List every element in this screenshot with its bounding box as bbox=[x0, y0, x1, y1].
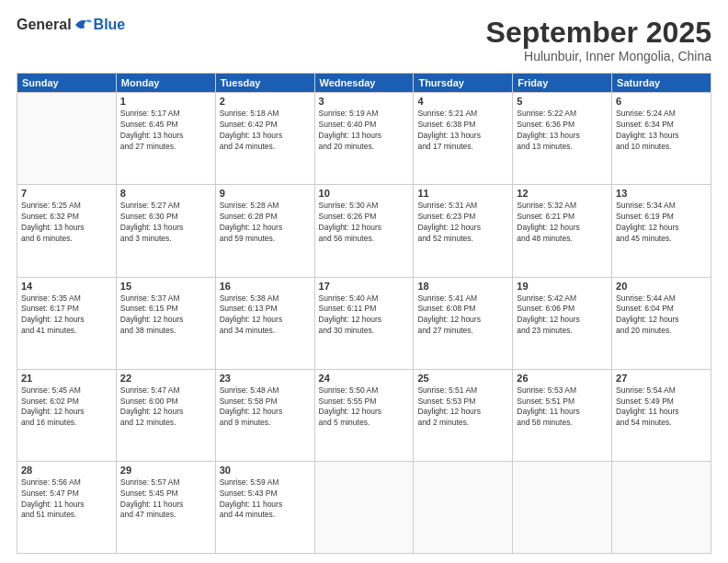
header: General Blue September 2025 Hulunbuir, I… bbox=[17, 17, 711, 63]
calendar-cell: 22Sunrise: 5:47 AM Sunset: 6:00 PM Dayli… bbox=[116, 369, 215, 461]
calendar-page: General Blue September 2025 Hulunbuir, I… bbox=[0, 0, 728, 563]
day-number: 1 bbox=[120, 96, 211, 107]
weekday-header-thursday: Thursday bbox=[414, 74, 513, 93]
day-number: 8 bbox=[120, 188, 211, 199]
day-number: 29 bbox=[120, 465, 211, 476]
day-number: 14 bbox=[21, 281, 112, 292]
day-info: Sunrise: 5:48 AM Sunset: 5:58 PM Dayligh… bbox=[220, 385, 311, 430]
logo-general-text: General bbox=[17, 17, 72, 33]
calendar-cell: 5Sunrise: 5:22 AM Sunset: 6:36 PM Daylig… bbox=[513, 93, 612, 185]
day-info: Sunrise: 5:47 AM Sunset: 6:00 PM Dayligh… bbox=[120, 385, 211, 430]
day-number: 7 bbox=[21, 188, 112, 199]
weekday-header-friday: Friday bbox=[513, 74, 612, 93]
calendar-cell: 6Sunrise: 5:24 AM Sunset: 6:34 PM Daylig… bbox=[612, 93, 711, 185]
calendar-cell: 16Sunrise: 5:38 AM Sunset: 6:13 PM Dayli… bbox=[215, 277, 314, 369]
weekday-header-tuesday: Tuesday bbox=[215, 74, 314, 93]
day-info: Sunrise: 5:28 AM Sunset: 6:28 PM Dayligh… bbox=[220, 201, 311, 245]
calendar-week-4: 21Sunrise: 5:45 AM Sunset: 6:02 PM Dayli… bbox=[17, 369, 711, 461]
day-number: 10 bbox=[319, 188, 410, 199]
calendar-cell bbox=[414, 461, 513, 553]
day-number: 27 bbox=[616, 373, 707, 384]
day-info: Sunrise: 5:54 AM Sunset: 5:49 PM Dayligh… bbox=[616, 385, 707, 430]
day-number: 18 bbox=[417, 281, 508, 292]
calendar-cell bbox=[314, 461, 414, 553]
calendar-table: SundayMondayTuesdayWednesdayThursdayFrid… bbox=[17, 73, 711, 554]
day-number: 3 bbox=[319, 96, 410, 107]
day-number: 2 bbox=[220, 96, 311, 107]
day-number: 20 bbox=[616, 281, 707, 292]
day-info: Sunrise: 5:35 AM Sunset: 6:17 PM Dayligh… bbox=[21, 293, 112, 338]
day-number: 28 bbox=[21, 465, 112, 476]
day-info: Sunrise: 5:40 AM Sunset: 6:11 PM Dayligh… bbox=[319, 293, 410, 338]
day-info: Sunrise: 5:19 AM Sunset: 6:40 PM Dayligh… bbox=[319, 109, 410, 153]
calendar-cell: 18Sunrise: 5:41 AM Sunset: 6:08 PM Dayli… bbox=[414, 277, 513, 369]
calendar-cell: 25Sunrise: 5:51 AM Sunset: 5:53 PM Dayli… bbox=[414, 369, 513, 461]
day-info: Sunrise: 5:45 AM Sunset: 6:02 PM Dayligh… bbox=[21, 385, 112, 430]
weekday-header-monday: Monday bbox=[116, 74, 215, 93]
calendar-cell bbox=[17, 93, 117, 185]
day-info: Sunrise: 5:41 AM Sunset: 6:08 PM Dayligh… bbox=[417, 293, 508, 338]
calendar-cell bbox=[612, 461, 711, 553]
day-number: 13 bbox=[616, 188, 707, 199]
calendar-cell: 9Sunrise: 5:28 AM Sunset: 6:28 PM Daylig… bbox=[215, 185, 314, 277]
calendar-cell: 23Sunrise: 5:48 AM Sunset: 5:58 PM Dayli… bbox=[215, 369, 314, 461]
calendar-subtitle: Hulunbuir, Inner Mongolia, China bbox=[486, 49, 711, 63]
day-number: 15 bbox=[120, 281, 211, 292]
day-info: Sunrise: 5:37 AM Sunset: 6:15 PM Dayligh… bbox=[120, 293, 211, 338]
day-info: Sunrise: 5:51 AM Sunset: 5:53 PM Dayligh… bbox=[417, 385, 508, 430]
calendar-week-2: 7Sunrise: 5:25 AM Sunset: 6:32 PM Daylig… bbox=[17, 185, 711, 277]
day-number: 5 bbox=[517, 96, 608, 107]
day-info: Sunrise: 5:42 AM Sunset: 6:06 PM Dayligh… bbox=[517, 293, 608, 338]
day-number: 19 bbox=[517, 281, 608, 292]
day-info: Sunrise: 5:56 AM Sunset: 5:47 PM Dayligh… bbox=[21, 477, 112, 522]
calendar-cell: 30Sunrise: 5:59 AM Sunset: 5:43 PM Dayli… bbox=[215, 461, 314, 553]
weekday-header-row: SundayMondayTuesdayWednesdayThursdayFrid… bbox=[17, 74, 711, 93]
day-number: 24 bbox=[319, 373, 410, 384]
day-info: Sunrise: 5:44 AM Sunset: 6:04 PM Dayligh… bbox=[616, 293, 707, 338]
day-info: Sunrise: 5:57 AM Sunset: 5:45 PM Dayligh… bbox=[120, 477, 211, 522]
calendar-cell: 7Sunrise: 5:25 AM Sunset: 6:32 PM Daylig… bbox=[17, 185, 117, 277]
day-info: Sunrise: 5:17 AM Sunset: 6:45 PM Dayligh… bbox=[120, 109, 211, 153]
day-number: 6 bbox=[616, 96, 707, 107]
calendar-cell: 26Sunrise: 5:53 AM Sunset: 5:51 PM Dayli… bbox=[513, 369, 612, 461]
weekday-header-saturday: Saturday bbox=[612, 74, 711, 93]
title-block: September 2025 Hulunbuir, Inner Mongolia… bbox=[486, 17, 711, 63]
calendar-cell: 11Sunrise: 5:31 AM Sunset: 6:23 PM Dayli… bbox=[414, 185, 513, 277]
day-info: Sunrise: 5:50 AM Sunset: 5:55 PM Dayligh… bbox=[319, 385, 410, 430]
calendar-cell: 14Sunrise: 5:35 AM Sunset: 6:17 PM Dayli… bbox=[17, 277, 117, 369]
day-number: 9 bbox=[220, 188, 311, 199]
calendar-body: 1Sunrise: 5:17 AM Sunset: 6:45 PM Daylig… bbox=[17, 93, 711, 554]
calendar-week-3: 14Sunrise: 5:35 AM Sunset: 6:17 PM Dayli… bbox=[17, 277, 711, 369]
day-number: 26 bbox=[517, 373, 608, 384]
calendar-cell: 13Sunrise: 5:34 AM Sunset: 6:19 PM Dayli… bbox=[612, 185, 711, 277]
day-number: 11 bbox=[417, 188, 508, 199]
logo-bird-icon bbox=[74, 17, 94, 33]
weekday-header-sunday: Sunday bbox=[17, 74, 117, 93]
calendar-cell: 15Sunrise: 5:37 AM Sunset: 6:15 PM Dayli… bbox=[116, 277, 215, 369]
day-number: 21 bbox=[21, 373, 112, 384]
calendar-cell: 29Sunrise: 5:57 AM Sunset: 5:45 PM Dayli… bbox=[116, 461, 215, 553]
day-number: 12 bbox=[517, 188, 608, 199]
weekday-header-wednesday: Wednesday bbox=[314, 74, 414, 93]
day-number: 23 bbox=[220, 373, 311, 384]
calendar-cell: 10Sunrise: 5:30 AM Sunset: 6:26 PM Dayli… bbox=[314, 185, 414, 277]
calendar-cell: 28Sunrise: 5:56 AM Sunset: 5:47 PM Dayli… bbox=[17, 461, 117, 553]
calendar-cell: 17Sunrise: 5:40 AM Sunset: 6:11 PM Dayli… bbox=[314, 277, 414, 369]
calendar-cell: 4Sunrise: 5:21 AM Sunset: 6:38 PM Daylig… bbox=[414, 93, 513, 185]
day-info: Sunrise: 5:21 AM Sunset: 6:38 PM Dayligh… bbox=[417, 109, 508, 153]
calendar-week-1: 1Sunrise: 5:17 AM Sunset: 6:45 PM Daylig… bbox=[17, 93, 711, 185]
day-info: Sunrise: 5:31 AM Sunset: 6:23 PM Dayligh… bbox=[417, 201, 508, 245]
day-number: 17 bbox=[319, 281, 410, 292]
day-info: Sunrise: 5:32 AM Sunset: 6:21 PM Dayligh… bbox=[517, 201, 608, 245]
day-number: 25 bbox=[417, 373, 508, 384]
day-info: Sunrise: 5:59 AM Sunset: 5:43 PM Dayligh… bbox=[220, 477, 311, 522]
logo: General Blue bbox=[17, 17, 125, 33]
day-number: 16 bbox=[220, 281, 311, 292]
calendar-cell: 2Sunrise: 5:18 AM Sunset: 6:42 PM Daylig… bbox=[215, 93, 314, 185]
day-info: Sunrise: 5:38 AM Sunset: 6:13 PM Dayligh… bbox=[220, 293, 311, 338]
calendar-week-5: 28Sunrise: 5:56 AM Sunset: 5:47 PM Dayli… bbox=[17, 461, 711, 553]
day-info: Sunrise: 5:18 AM Sunset: 6:42 PM Dayligh… bbox=[220, 109, 311, 153]
logo-blue-text: Blue bbox=[94, 17, 126, 33]
calendar-cell: 20Sunrise: 5:44 AM Sunset: 6:04 PM Dayli… bbox=[612, 277, 711, 369]
day-info: Sunrise: 5:53 AM Sunset: 5:51 PM Dayligh… bbox=[517, 385, 608, 430]
